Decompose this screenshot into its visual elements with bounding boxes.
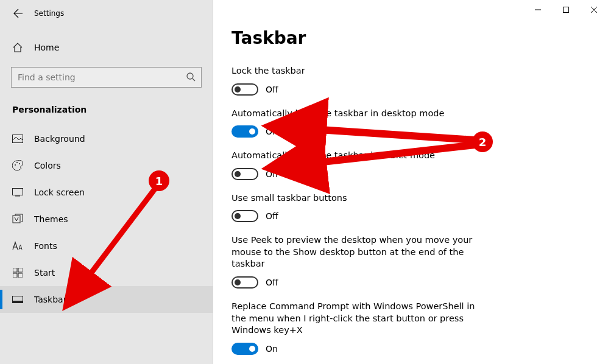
- setting-label: Use Peek to preview the desktop when you…: [232, 234, 487, 270]
- search-icon: [186, 72, 196, 83]
- toggle-row: Off: [232, 83, 487, 96]
- sidebar-item-fonts[interactable]: Fonts: [0, 233, 213, 259]
- section-title: Personalization: [0, 88, 213, 125]
- toggle-small-buttons[interactable]: [232, 210, 258, 222]
- toggle-state: Off: [266, 211, 278, 221]
- svg-rect-9: [18, 268, 23, 272]
- toggle-state: Off: [266, 278, 278, 287]
- start-icon: [12, 267, 23, 278]
- svg-point-4: [19, 163, 20, 164]
- setting-peek: Use Peek to preview the desktop when you…: [232, 234, 487, 289]
- svg-rect-14: [564, 7, 569, 13]
- toggle-powershell[interactable]: [232, 343, 258, 355]
- sidebar: Settings Home Personalization Background…: [0, 0, 213, 364]
- svg-point-3: [16, 162, 18, 163]
- toggle-peek[interactable]: [232, 276, 258, 289]
- setting-label: Lock the taskbar: [232, 65, 487, 77]
- svg-rect-13: [13, 301, 23, 303]
- svg-rect-8: [13, 268, 17, 272]
- svg-rect-5: [13, 189, 23, 195]
- toggle-autohide-desktop[interactable]: [232, 125, 258, 138]
- minimize-button[interactable]: [524, 0, 552, 19]
- setting-autohide-desktop: Automatically hide the taskbar in deskto…: [232, 108, 487, 138]
- setting-label: Use small taskbar buttons: [232, 192, 487, 205]
- window-title: Settings: [34, 9, 64, 18]
- page-title: Taskbar: [232, 28, 590, 48]
- toggle-state: Off: [266, 85, 278, 94]
- picture-icon: [12, 133, 23, 144]
- home-label: Home: [34, 43, 59, 52]
- toggle-row: Off: [232, 168, 487, 180]
- window-controls: [524, 0, 608, 19]
- close-button[interactable]: [580, 0, 608, 19]
- search-input[interactable]: [11, 67, 202, 88]
- fonts-icon: [12, 240, 23, 251]
- sidebar-item-home[interactable]: Home: [0, 35, 213, 60]
- main-pane: Taskbar Lock the taskbar Off Automatical…: [213, 0, 608, 364]
- sidebar-item-lock-screen[interactable]: Lock screen: [0, 179, 213, 206]
- toggle-state: On: [266, 344, 278, 354]
- sidebar-item-label: Taskbar: [34, 295, 66, 304]
- toggle-state: On: [266, 127, 278, 136]
- sidebar-item-label: Fonts: [34, 241, 57, 251]
- back-button[interactable]: [7, 2, 29, 24]
- close-icon: [591, 7, 597, 13]
- svg-rect-11: [18, 273, 23, 278]
- palette-icon: [12, 160, 23, 171]
- setting-autohide-tablet: Automatically hide the taskbar in tablet…: [232, 150, 487, 180]
- setting-label: Replace Command Prompt with Windows Powe…: [232, 301, 487, 337]
- sidebar-item-label: Lock screen: [34, 187, 85, 197]
- sidebar-item-label: Start: [34, 268, 55, 278]
- home-icon: [12, 42, 23, 53]
- setting-small-buttons: Use small taskbar buttons Off: [232, 192, 487, 223]
- maximize-icon: [563, 7, 569, 13]
- sidebar-item-themes[interactable]: Themes: [0, 206, 213, 233]
- minimize-icon: [535, 7, 541, 13]
- maximize-button[interactable]: [552, 0, 580, 19]
- svg-point-2: [15, 164, 16, 166]
- search-container: [11, 67, 202, 88]
- svg-point-0: [187, 73, 193, 79]
- setting-label: Automatically hide the taskbar in deskto…: [232, 108, 487, 120]
- toggle-autohide-tablet[interactable]: [232, 168, 258, 180]
- sidebar-item-label: Colors: [34, 161, 61, 170]
- sidebar-item-taskbar[interactable]: Taskbar: [0, 286, 213, 313]
- svg-rect-7: [13, 215, 20, 223]
- setting-label: Automatically hide the taskbar in tablet…: [232, 150, 487, 162]
- toggle-row: Off: [232, 276, 487, 289]
- taskbar-icon: [12, 294, 23, 305]
- sidebar-item-colors[interactable]: Colors: [0, 152, 213, 179]
- svg-rect-10: [13, 273, 17, 278]
- themes-icon: [12, 214, 23, 225]
- setting-powershell: Replace Command Prompt with Windows Powe…: [232, 301, 487, 355]
- toggle-row: On: [232, 125, 487, 138]
- toggle-row: On: [232, 343, 487, 355]
- setting-lock-taskbar: Lock the taskbar Off: [232, 65, 487, 96]
- sidebar-item-label: Themes: [34, 214, 68, 224]
- toggle-state: Off: [266, 169, 278, 179]
- arrow-left-icon: [13, 9, 23, 18]
- toggle-lock-taskbar[interactable]: [232, 83, 258, 96]
- toggle-row: Off: [232, 210, 487, 222]
- titlebar: Settings: [0, 0, 213, 27]
- sidebar-item-start[interactable]: Start: [0, 259, 213, 286]
- lock-screen-icon: [12, 187, 23, 198]
- sidebar-item-label: Background: [34, 134, 85, 144]
- svg-rect-6: [15, 196, 20, 197]
- sidebar-item-background[interactable]: Background: [0, 125, 213, 152]
